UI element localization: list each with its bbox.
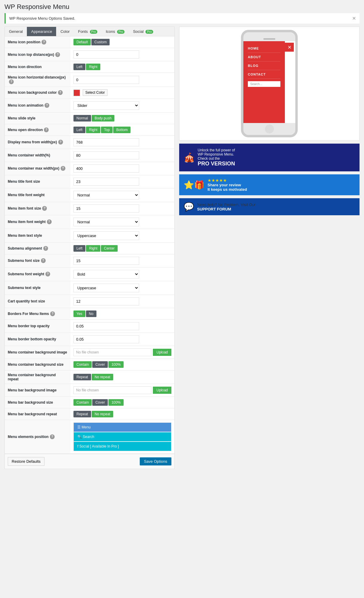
help-icon[interactable]: ? bbox=[45, 272, 50, 276]
menu-item-text-style-select[interactable]: Uppercase Lowercase Capitalize bbox=[73, 231, 139, 240]
select-color-button[interactable]: Select Color bbox=[83, 89, 107, 96]
btn-left[interactable]: Left bbox=[73, 127, 85, 133]
review-banner[interactable]: ⭐🎁 ★★★★★ Share your review It keeps us m… bbox=[179, 174, 360, 195]
btn-repeat[interactable]: Repeat bbox=[73, 374, 91, 380]
cart-quantity-text-size-input[interactable] bbox=[73, 297, 139, 305]
help-icon[interactable]: ? bbox=[44, 103, 49, 108]
btn-cover[interactable]: Cover bbox=[92, 361, 108, 368]
submenu-font-size-input[interactable] bbox=[73, 257, 139, 265]
menu-icon-horizontal-distance-input[interactable] bbox=[73, 76, 139, 84]
row-menu-bar-background-repeat: Menu bar background repeat Repeat No rep… bbox=[5, 408, 174, 420]
help-icon[interactable]: ? bbox=[47, 219, 52, 224]
elements-position-box: ☰ Menu 🔍 Search f Social [ Available In … bbox=[73, 422, 171, 451]
close-icon[interactable]: ✕ bbox=[352, 16, 356, 21]
el-search-row[interactable]: 🔍 Search bbox=[74, 432, 171, 441]
row-submenu-font-size: Submenu font size? bbox=[5, 254, 174, 267]
menu-border-top-opacity-input[interactable] bbox=[73, 322, 139, 330]
submenu-font-weight-select[interactable]: Bold Normal Light bbox=[73, 270, 139, 279]
help-icon[interactable]: ? bbox=[9, 79, 14, 84]
bottom-bar: Restore Defaults Save Options bbox=[5, 454, 174, 469]
row-menu-item-font-weight: Menu item font weight? Normal Bold Light bbox=[5, 215, 174, 229]
btn-left[interactable]: Left bbox=[73, 64, 85, 70]
restore-defaults-button[interactable]: Restore Defaults bbox=[8, 457, 44, 466]
btn-normal[interactable]: Normal bbox=[73, 115, 91, 122]
btn-contain[interactable]: Contain bbox=[73, 361, 92, 368]
help-icon[interactable]: ? bbox=[50, 311, 55, 316]
btn-no-repeat[interactable]: No repeat bbox=[92, 411, 113, 417]
el-menu-row[interactable]: ☰ Menu bbox=[74, 423, 171, 432]
btn-yes[interactable]: Yes bbox=[73, 310, 85, 317]
row-menu-border-top-opacity: Menu border top opacity bbox=[5, 319, 174, 333]
save-options-button[interactable]: Save Options bbox=[140, 457, 171, 465]
menu-title-font-weight-select[interactable]: Normal Bold Light bbox=[73, 191, 139, 199]
btn-custom[interactable]: Custom bbox=[91, 39, 110, 45]
phone-screen: HOME ABOUT BLOG CONTACT Search... ✕ bbox=[243, 41, 295, 123]
btn-cover[interactable]: Cover bbox=[92, 399, 108, 406]
help-icon[interactable]: ? bbox=[41, 258, 46, 263]
tab-appearance[interactable]: Appearance bbox=[27, 27, 56, 36]
row-submenu-font-weight: Submenu font weight? Bold Normal Light bbox=[5, 267, 174, 281]
help-icon[interactable]: ? bbox=[61, 166, 65, 171]
menu-icon-top-distance-input[interactable] bbox=[73, 50, 139, 59]
display-menu-from-width-input[interactable] bbox=[73, 138, 139, 146]
help-icon[interactable]: ? bbox=[58, 140, 63, 144]
color-swatch[interactable] bbox=[73, 90, 80, 96]
btn-no[interactable]: No bbox=[86, 310, 96, 317]
menu-title-font-size-input[interactable] bbox=[73, 178, 139, 186]
tab-fonts[interactable]: Fonts Pro bbox=[74, 27, 102, 36]
help-icon[interactable]: ? bbox=[50, 434, 55, 439]
submenu-text-style-select[interactable]: Uppercase Lowercase Capitalize bbox=[73, 284, 139, 292]
btn-contain[interactable]: Contain bbox=[73, 399, 92, 406]
btn-right[interactable]: Right bbox=[86, 245, 100, 252]
row-submenu-alignment: Submenu alignment? Left Right Center bbox=[5, 242, 174, 254]
btn-default[interactable]: Default bbox=[73, 39, 91, 45]
tab-social[interactable]: Social Pro bbox=[129, 27, 157, 36]
row-menu-container-width: Menu container width(%) bbox=[5, 149, 174, 162]
menu-container-bg-image-group: No file chosen Upload bbox=[73, 348, 171, 356]
row-menu-title-font-weight: Menu title font weight Normal Bold Light bbox=[5, 188, 174, 202]
menu-container-max-width-input[interactable] bbox=[73, 165, 139, 173]
menu-container-bg-image-placeholder: No file chosen bbox=[73, 348, 151, 356]
row-cart-quantity-text-size: Cart quantity text size bbox=[5, 295, 174, 308]
promo-banner[interactable]: 🎪 Unlock the full power of WP Responsive… bbox=[179, 144, 360, 171]
row-borders-for-menu-items: Borders For Menu Items? Yes No bbox=[5, 308, 174, 319]
menu-container-bg-image-upload[interactable]: Upload bbox=[153, 349, 171, 356]
menu-border-bottom-opacity-input[interactable] bbox=[73, 335, 139, 343]
btn-center[interactable]: Center bbox=[101, 245, 118, 252]
tab-icons[interactable]: Icons Pro bbox=[102, 27, 129, 36]
btn-no-repeat[interactable]: No repeat bbox=[92, 374, 113, 380]
phone-preview: HOME ABOUT BLOG CONTACT Search... ✕ bbox=[179, 27, 360, 141]
help-icon[interactable]: ? bbox=[58, 90, 63, 95]
menu-icon-animation-select[interactable]: Slider None Spin bbox=[73, 101, 139, 110]
menu-container-width-input[interactable] bbox=[73, 151, 139, 159]
promo-icon: 🎪 bbox=[184, 152, 195, 163]
btn-100[interactable]: 100% bbox=[108, 399, 124, 406]
help-icon[interactable]: ? bbox=[42, 206, 47, 211]
row-menu-slide-style: Menu slide style Normal Body push bbox=[5, 112, 174, 124]
btn-top[interactable]: Top bbox=[101, 127, 113, 133]
btn-repeat[interactable]: Repeat bbox=[73, 411, 91, 417]
menu-item-font-size-input[interactable] bbox=[73, 205, 139, 213]
row-menu-item-font-size: Menu item font size? bbox=[5, 202, 174, 215]
el-social-row[interactable]: f Social [ Available In Pro ] bbox=[74, 442, 171, 451]
btn-100[interactable]: 100% bbox=[108, 361, 124, 368]
help-icon[interactable]: ? bbox=[42, 40, 46, 44]
menu-bar-bg-image-upload[interactable]: Upload bbox=[153, 387, 171, 394]
help-icon[interactable]: ? bbox=[43, 246, 48, 251]
menu-close-button[interactable]: ✕ bbox=[285, 43, 294, 52]
tab-general[interactable]: General bbox=[5, 27, 27, 36]
btn-left[interactable]: Left bbox=[73, 245, 85, 252]
btn-bottom[interactable]: Bottom bbox=[113, 127, 130, 133]
tab-color[interactable]: Color bbox=[56, 27, 74, 36]
page-title: WP Responsive Menu bbox=[4, 3, 360, 11]
btn-right[interactable]: Right bbox=[86, 127, 100, 133]
menu-open-direction-group: Left Right Top Bottom bbox=[73, 127, 131, 133]
menu-item-contact: CONTACT bbox=[248, 70, 280, 79]
support-banner[interactable]: 💬 Need help? No Problem. Visit Our SUPPO… bbox=[179, 198, 360, 215]
help-icon[interactable]: ? bbox=[44, 127, 49, 132]
btn-body-push[interactable]: Body push bbox=[92, 115, 115, 122]
help-icon[interactable]: ? bbox=[55, 52, 60, 57]
menu-item-font-weight-select[interactable]: Normal Bold Light bbox=[73, 218, 139, 226]
el-menu-label: ☰ Menu bbox=[77, 425, 90, 429]
btn-right[interactable]: Right bbox=[86, 64, 100, 70]
